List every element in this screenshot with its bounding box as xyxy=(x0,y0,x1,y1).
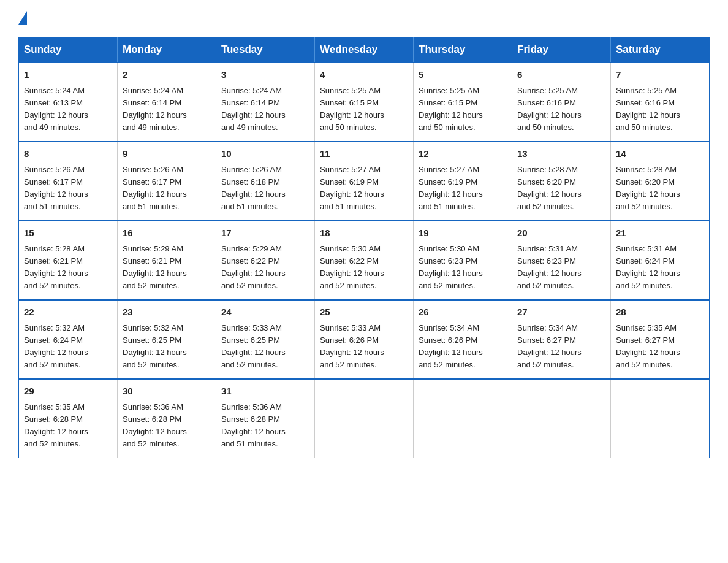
calendar-header-thursday: Thursday xyxy=(414,37,512,63)
day-number: 18 xyxy=(320,226,408,240)
day-info: Sunrise: 5:27 AM Sunset: 6:19 PM Dayligh… xyxy=(419,164,507,213)
day-info: Sunrise: 5:34 AM Sunset: 6:26 PM Dayligh… xyxy=(419,322,507,372)
calendar-week-row: 8Sunrise: 5:26 AM Sunset: 6:17 PM Daylig… xyxy=(19,142,710,221)
logo-triangle-icon xyxy=(18,11,27,25)
calendar-day-cell: 12Sunrise: 5:27 AM Sunset: 6:19 PM Dayli… xyxy=(414,142,512,221)
calendar-empty-cell xyxy=(315,379,414,458)
calendar-day-cell: 19Sunrise: 5:30 AM Sunset: 6:23 PM Dayli… xyxy=(414,221,512,300)
day-number: 27 xyxy=(517,305,605,320)
calendar-day-cell: 30Sunrise: 5:36 AM Sunset: 6:28 PM Dayli… xyxy=(118,379,216,458)
day-info: Sunrise: 5:24 AM Sunset: 6:14 PM Dayligh… xyxy=(221,85,309,134)
calendar-day-cell: 2Sunrise: 5:24 AM Sunset: 6:14 PM Daylig… xyxy=(118,63,216,142)
day-number: 15 xyxy=(24,226,112,240)
day-number: 31 xyxy=(221,385,309,399)
day-number: 10 xyxy=(221,147,309,161)
calendar-day-cell: 26Sunrise: 5:34 AM Sunset: 6:26 PM Dayli… xyxy=(414,300,512,379)
calendar-day-cell: 31Sunrise: 5:36 AM Sunset: 6:28 PM Dayli… xyxy=(216,379,315,458)
day-info: Sunrise: 5:25 AM Sunset: 6:16 PM Dayligh… xyxy=(616,85,704,134)
day-info: Sunrise: 5:26 AM Sunset: 6:18 PM Dayligh… xyxy=(221,164,309,213)
day-info: Sunrise: 5:29 AM Sunset: 6:22 PM Dayligh… xyxy=(221,243,309,293)
calendar-day-cell: 6Sunrise: 5:25 AM Sunset: 6:16 PM Daylig… xyxy=(512,63,611,142)
day-info: Sunrise: 5:30 AM Sunset: 6:22 PM Dayligh… xyxy=(320,243,408,293)
day-info: Sunrise: 5:30 AM Sunset: 6:23 PM Dayligh… xyxy=(419,243,507,293)
day-info: Sunrise: 5:35 AM Sunset: 6:27 PM Dayligh… xyxy=(616,322,704,372)
day-info: Sunrise: 5:36 AM Sunset: 6:28 PM Dayligh… xyxy=(123,401,211,451)
calendar-header-wednesday: Wednesday xyxy=(315,37,414,63)
day-number: 24 xyxy=(221,305,309,320)
day-info: Sunrise: 5:33 AM Sunset: 6:25 PM Dayligh… xyxy=(221,322,309,372)
calendar-week-row: 29Sunrise: 5:35 AM Sunset: 6:28 PM Dayli… xyxy=(19,379,710,458)
calendar-header-monday: Monday xyxy=(118,37,216,63)
calendar-day-cell: 16Sunrise: 5:29 AM Sunset: 6:21 PM Dayli… xyxy=(118,221,216,300)
day-number: 29 xyxy=(24,385,112,399)
day-number: 16 xyxy=(123,226,211,240)
calendar-header-saturday: Saturday xyxy=(611,37,710,63)
calendar-day-cell: 5Sunrise: 5:25 AM Sunset: 6:15 PM Daylig… xyxy=(414,63,512,142)
day-info: Sunrise: 5:32 AM Sunset: 6:25 PM Dayligh… xyxy=(123,322,211,372)
day-info: Sunrise: 5:31 AM Sunset: 6:23 PM Dayligh… xyxy=(517,243,605,293)
day-number: 26 xyxy=(419,305,507,320)
calendar-day-cell: 15Sunrise: 5:28 AM Sunset: 6:21 PM Dayli… xyxy=(19,221,118,300)
calendar-day-cell: 23Sunrise: 5:32 AM Sunset: 6:25 PM Dayli… xyxy=(118,300,216,379)
calendar-day-cell: 9Sunrise: 5:26 AM Sunset: 6:17 PM Daylig… xyxy=(118,142,216,221)
day-info: Sunrise: 5:28 AM Sunset: 6:20 PM Dayligh… xyxy=(517,164,605,213)
day-number: 9 xyxy=(123,147,211,161)
day-info: Sunrise: 5:25 AM Sunset: 6:15 PM Dayligh… xyxy=(320,85,408,134)
calendar-header-tuesday: Tuesday xyxy=(216,37,315,63)
day-info: Sunrise: 5:33 AM Sunset: 6:26 PM Dayligh… xyxy=(320,322,408,372)
calendar-header-sunday: Sunday xyxy=(19,37,118,63)
day-info: Sunrise: 5:25 AM Sunset: 6:15 PM Dayligh… xyxy=(419,85,507,134)
day-number: 3 xyxy=(221,68,309,82)
calendar-table: SundayMondayTuesdayWednesdayThursdayFrid… xyxy=(18,37,710,458)
calendar-day-cell: 25Sunrise: 5:33 AM Sunset: 6:26 PM Dayli… xyxy=(315,300,414,379)
day-number: 6 xyxy=(517,68,605,82)
day-number: 14 xyxy=(616,147,704,161)
calendar-day-cell: 27Sunrise: 5:34 AM Sunset: 6:27 PM Dayli… xyxy=(512,300,611,379)
day-number: 4 xyxy=(320,68,408,82)
day-info: Sunrise: 5:24 AM Sunset: 6:14 PM Dayligh… xyxy=(123,85,211,134)
day-number: 11 xyxy=(320,147,408,161)
calendar-day-cell: 3Sunrise: 5:24 AM Sunset: 6:14 PM Daylig… xyxy=(216,63,315,142)
calendar-day-cell: 22Sunrise: 5:32 AM Sunset: 6:24 PM Dayli… xyxy=(19,300,118,379)
calendar-day-cell: 29Sunrise: 5:35 AM Sunset: 6:28 PM Dayli… xyxy=(19,379,118,458)
day-number: 12 xyxy=(419,147,507,161)
calendar-day-cell: 10Sunrise: 5:26 AM Sunset: 6:18 PM Dayli… xyxy=(216,142,315,221)
day-info: Sunrise: 5:35 AM Sunset: 6:28 PM Dayligh… xyxy=(24,401,112,451)
day-info: Sunrise: 5:24 AM Sunset: 6:13 PM Dayligh… xyxy=(24,85,112,134)
calendar-day-cell: 7Sunrise: 5:25 AM Sunset: 6:16 PM Daylig… xyxy=(611,63,710,142)
day-info: Sunrise: 5:31 AM Sunset: 6:24 PM Dayligh… xyxy=(616,243,704,293)
day-info: Sunrise: 5:29 AM Sunset: 6:21 PM Dayligh… xyxy=(123,243,211,293)
calendar-week-row: 22Sunrise: 5:32 AM Sunset: 6:24 PM Dayli… xyxy=(19,300,710,379)
calendar-week-row: 1Sunrise: 5:24 AM Sunset: 6:13 PM Daylig… xyxy=(19,63,710,142)
calendar-day-cell: 28Sunrise: 5:35 AM Sunset: 6:27 PM Dayli… xyxy=(611,300,710,379)
day-number: 28 xyxy=(616,305,704,320)
day-info: Sunrise: 5:27 AM Sunset: 6:19 PM Dayligh… xyxy=(320,164,408,213)
day-info: Sunrise: 5:28 AM Sunset: 6:20 PM Dayligh… xyxy=(616,164,704,213)
calendar-day-cell: 18Sunrise: 5:30 AM Sunset: 6:22 PM Dayli… xyxy=(315,221,414,300)
day-info: Sunrise: 5:25 AM Sunset: 6:16 PM Dayligh… xyxy=(517,85,605,134)
logo xyxy=(18,12,31,26)
day-number: 5 xyxy=(419,68,507,82)
day-number: 20 xyxy=(517,226,605,240)
day-number: 2 xyxy=(123,68,211,82)
day-info: Sunrise: 5:28 AM Sunset: 6:21 PM Dayligh… xyxy=(24,243,112,293)
day-info: Sunrise: 5:34 AM Sunset: 6:27 PM Dayligh… xyxy=(517,322,605,372)
day-info: Sunrise: 5:32 AM Sunset: 6:24 PM Dayligh… xyxy=(24,322,112,372)
calendar-day-cell: 13Sunrise: 5:28 AM Sunset: 6:20 PM Dayli… xyxy=(512,142,611,221)
calendar-day-cell: 1Sunrise: 5:24 AM Sunset: 6:13 PM Daylig… xyxy=(19,63,118,142)
day-number: 1 xyxy=(24,68,112,82)
calendar-day-cell: 17Sunrise: 5:29 AM Sunset: 6:22 PM Dayli… xyxy=(216,221,315,300)
calendar-empty-cell xyxy=(512,379,611,458)
calendar-day-cell: 8Sunrise: 5:26 AM Sunset: 6:17 PM Daylig… xyxy=(19,142,118,221)
calendar-day-cell: 4Sunrise: 5:25 AM Sunset: 6:15 PM Daylig… xyxy=(315,63,414,142)
day-info: Sunrise: 5:26 AM Sunset: 6:17 PM Dayligh… xyxy=(24,164,112,213)
day-number: 19 xyxy=(419,226,507,240)
calendar-header-friday: Friday xyxy=(512,37,611,63)
day-number: 13 xyxy=(517,147,605,161)
calendar-day-cell: 20Sunrise: 5:31 AM Sunset: 6:23 PM Dayli… xyxy=(512,221,611,300)
day-number: 22 xyxy=(24,305,112,320)
day-info: Sunrise: 5:36 AM Sunset: 6:28 PM Dayligh… xyxy=(221,401,309,451)
day-info: Sunrise: 5:26 AM Sunset: 6:17 PM Dayligh… xyxy=(123,164,211,213)
day-number: 17 xyxy=(221,226,309,240)
calendar-day-cell: 14Sunrise: 5:28 AM Sunset: 6:20 PM Dayli… xyxy=(611,142,710,221)
